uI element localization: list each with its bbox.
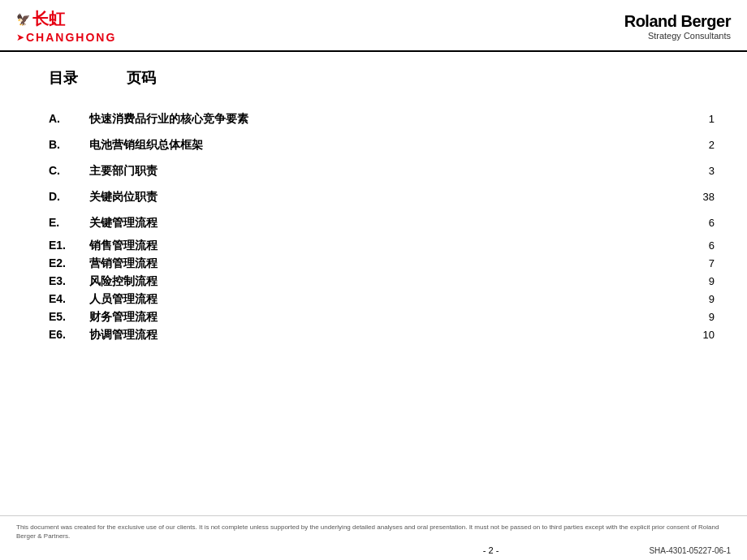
entry-page-a: 1 xyxy=(709,113,715,125)
toc-header: 目录 页码 xyxy=(49,68,715,88)
entry-label-e: E. xyxy=(49,216,89,229)
entry-title-c: 主要部门职责 xyxy=(89,164,158,179)
toc-entry-e6: E6. 协调管理流程 10 xyxy=(49,328,715,342)
roland-berger-logo: Roland Berger Strategy Consultants xyxy=(624,12,731,41)
footer-doc-id: SHA-4301-05227-06-1 xyxy=(649,546,731,555)
entry-title-e4: 人员管理流程 xyxy=(89,292,158,307)
entry-label-e4: E4. xyxy=(49,292,89,305)
entry-title-e: 关键管理流程 xyxy=(89,216,158,230)
roland-berger-subtitle: Strategy Consultants xyxy=(624,31,731,41)
footer-bottom: - 2 - SHA-4301-05227-06-1 xyxy=(16,545,731,555)
roland-berger-title: Roland Berger xyxy=(624,12,731,31)
entry-page-e6: 10 xyxy=(703,329,715,341)
header: 🦅 长虹 ➤ CHANGHONG Roland Berger Strategy … xyxy=(0,0,747,52)
arrow-icon: ➤ xyxy=(16,32,24,43)
entry-title-e5: 财务管理流程 xyxy=(89,310,158,325)
entry-label-e2: E2. xyxy=(49,256,89,269)
toc-entries: A. 快速消费品行业的核心竞争要素 1 B. 电池营销组织总体框架 2 C. 主… xyxy=(49,112,715,342)
toc-label: 目录 xyxy=(49,68,78,88)
entry-label-e6: E6. xyxy=(49,328,89,341)
toc-entry-a: A. 快速消费品行业的核心竞争要素 1 xyxy=(49,112,715,127)
entry-page-d: 38 xyxy=(703,191,715,203)
footer-page-number: - 2 - xyxy=(333,545,650,555)
main-content: 目录 页码 A. 快速消费品行业的核心竞争要素 1 B. 电池营销组织总体框架 … xyxy=(0,52,747,354)
entry-page-e1: 6 xyxy=(709,239,715,252)
toc-entry-c: C. 主要部门职责 3 xyxy=(49,164,715,179)
toc-page-label: 页码 xyxy=(127,68,156,88)
entry-label-c: C. xyxy=(49,164,89,177)
toc-entry-e4: E4. 人员管理流程 9 xyxy=(49,292,715,307)
entry-label-b: B. xyxy=(49,138,89,151)
entry-page-e: 6 xyxy=(709,217,715,229)
toc-entry-d: D. 关键岗位职责 38 xyxy=(49,190,715,205)
entry-page-e3: 9 xyxy=(709,275,715,287)
entry-label-e3: E3. xyxy=(49,274,89,287)
toc-entry-e5: E5. 财务管理流程 9 xyxy=(49,310,715,325)
changhong-chinese: 长虹 xyxy=(32,8,65,30)
changhong-logo: 🦅 长虹 ➤ CHANGHONG xyxy=(16,8,116,44)
entry-page-e4: 9 xyxy=(709,293,715,305)
toc-entry-e2: E2. 营销管理流程 7 xyxy=(49,256,715,271)
entry-page-c: 3 xyxy=(709,165,715,177)
entry-title-e3: 风险控制流程 xyxy=(89,274,158,289)
entry-label-e1: E1. xyxy=(49,239,89,252)
bird-icon: 🦅 xyxy=(16,13,30,26)
entry-title-a: 快速消费品行业的核心竞争要素 xyxy=(89,112,248,127)
toc-entry-b: B. 电池营销组织总体框架 2 xyxy=(49,138,715,153)
toc-entry-e: E. 关键管理流程 6 xyxy=(49,216,715,230)
entry-page-b: 2 xyxy=(709,139,715,151)
toc-entry-e1: E1. 销售管理流程 6 xyxy=(49,239,715,253)
entry-title-d: 关键岗位职责 xyxy=(89,190,158,205)
toc-entry-e3: E3. 风险控制流程 9 xyxy=(49,274,715,289)
entry-label-a: A. xyxy=(49,112,89,125)
entry-title-b: 电池营销组织总体框架 xyxy=(89,138,203,153)
entry-page-e2: 7 xyxy=(709,257,715,269)
entry-title-e2: 营销管理流程 xyxy=(89,256,158,271)
footer-disclaimer: This document was created for the exclus… xyxy=(16,523,731,541)
footer: This document was created for the exclus… xyxy=(0,515,747,560)
entry-label-d: D. xyxy=(49,190,89,203)
entry-label-e5: E5. xyxy=(49,310,89,323)
entry-title-e1: 销售管理流程 xyxy=(89,239,158,253)
entry-page-e5: 9 xyxy=(709,311,715,323)
entry-title-e6: 协调管理流程 xyxy=(89,328,158,342)
changhong-english: CHANGHONG xyxy=(26,31,116,44)
